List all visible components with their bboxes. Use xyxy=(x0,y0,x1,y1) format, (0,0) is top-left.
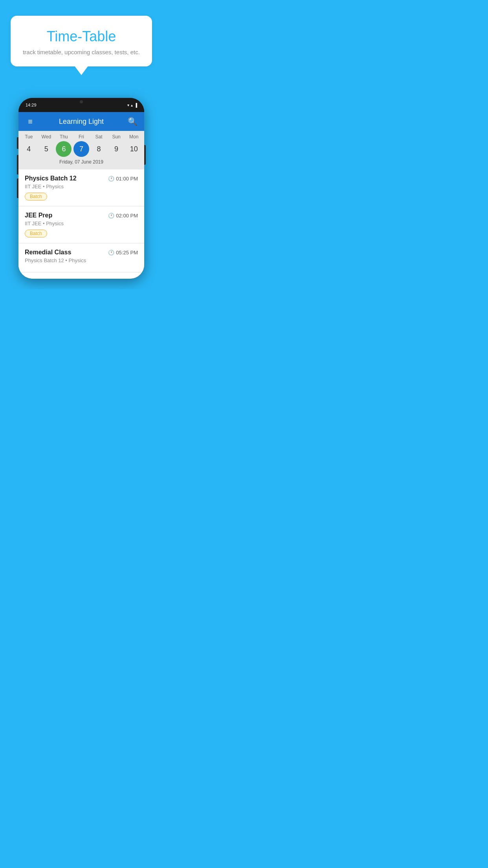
phone-shell: 14:29 ▾ ▴ ▐ ≡ Learning Light 🔍 Tue xyxy=(18,98,144,279)
time-label-2: 02:00 PM xyxy=(116,213,138,219)
speech-bubble: Time-Table track timetable, upcoming cla… xyxy=(11,16,152,66)
day-header-mon: Mon xyxy=(126,134,142,140)
schedule-subtitle-3: Physics Batch 12 • Physics xyxy=(25,257,138,263)
batch-badge-2: Batch xyxy=(25,230,47,237)
day-9[interactable]: 9 xyxy=(108,141,124,157)
app-bar: ≡ Learning Light 🔍 xyxy=(18,112,144,131)
clock-icon-2: 🕐 xyxy=(108,213,114,219)
bubble-title: Time-Table xyxy=(22,28,141,45)
schedule-subtitle-1: IIT JEE • Physics xyxy=(25,184,138,189)
time-label-3: 05:25 PM xyxy=(116,250,138,256)
day-4[interactable]: 4 xyxy=(21,141,37,157)
wifi-icon: ▾ xyxy=(127,103,129,107)
day-header-sat: Sat xyxy=(91,134,107,140)
schedule-list: Physics Batch 12 🕐 01:00 PM IIT JEE • Ph… xyxy=(18,169,144,272)
schedule-item-header-2: JEE Prep 🕐 02:00 PM xyxy=(25,212,138,219)
schedule-title-3: Remedial Class xyxy=(25,249,71,256)
schedule-subtitle-2: IIT JEE • Physics xyxy=(25,221,138,226)
schedule-item-remedial[interactable]: Remedial Class 🕐 05:25 PM Physics Batch … xyxy=(18,243,144,272)
signal-icon: ▴ xyxy=(131,103,133,107)
day-header-thu: Thu xyxy=(56,134,72,140)
app-bar-title: Learning Light xyxy=(36,118,127,126)
schedule-title-1: Physics Batch 12 xyxy=(25,175,77,182)
phone-mockup: 14:29 ▾ ▴ ▐ ≡ Learning Light 🔍 Tue xyxy=(18,98,144,279)
calendar-strip: Tue Wed Thu Fri Sat Sun Mon 4 5 6 7 8 9 … xyxy=(18,131,144,169)
clock-icon-1: 🕐 xyxy=(108,176,114,182)
status-bar: 14:29 ▾ ▴ ▐ xyxy=(18,98,144,112)
status-time: 14:29 xyxy=(26,103,37,107)
schedule-title-2: JEE Prep xyxy=(25,212,52,219)
schedule-item-header-1: Physics Batch 12 🕐 01:00 PM xyxy=(25,175,138,182)
search-icon[interactable]: 🔍 xyxy=(127,117,138,126)
battery-icon: ▐ xyxy=(134,103,137,107)
day-8[interactable]: 8 xyxy=(91,141,107,157)
day-numbers: 4 5 6 7 8 9 10 xyxy=(18,141,144,157)
day-header-wed: Wed xyxy=(39,134,54,140)
clock-icon-3: 🕐 xyxy=(108,250,114,256)
schedule-item-header-3: Remedial Class 🕐 05:25 PM xyxy=(25,249,138,256)
day-5[interactable]: 5 xyxy=(39,141,54,157)
day-header-sun: Sun xyxy=(108,134,124,140)
day-10[interactable]: 10 xyxy=(126,141,142,157)
bottom-space xyxy=(18,272,144,279)
day-header-tue: Tue xyxy=(21,134,37,140)
schedule-time-3: 🕐 05:25 PM xyxy=(108,250,138,256)
day-7-selected[interactable]: 7 xyxy=(73,141,89,157)
power-button xyxy=(144,145,146,165)
time-label-1: 01:00 PM xyxy=(116,176,138,182)
phone-notch xyxy=(70,98,93,106)
front-camera xyxy=(80,100,83,103)
schedule-time-1: 🕐 01:00 PM xyxy=(108,176,138,182)
bubble-subtitle: track timetable, upcoming classes, tests… xyxy=(22,49,141,55)
schedule-item-physics-batch[interactable]: Physics Batch 12 🕐 01:00 PM IIT JEE • Ph… xyxy=(18,169,144,206)
batch-badge-1: Batch xyxy=(25,193,47,200)
schedule-item-jee-prep[interactable]: JEE Prep 🕐 02:00 PM IIT JEE • Physics Ba… xyxy=(18,206,144,243)
app-screen: ≡ Learning Light 🔍 Tue Wed Thu Fri Sat S… xyxy=(18,112,144,279)
schedule-time-2: 🕐 02:00 PM xyxy=(108,213,138,219)
day-headers: Tue Wed Thu Fri Sat Sun Mon xyxy=(18,134,144,140)
hamburger-icon[interactable]: ≡ xyxy=(25,117,36,126)
day-header-fri: Fri xyxy=(73,134,89,140)
day-6-today[interactable]: 6 xyxy=(56,141,72,157)
selected-date-label: Friday, 07 June 2019 xyxy=(18,157,144,168)
status-icons: ▾ ▴ ▐ xyxy=(127,103,137,107)
